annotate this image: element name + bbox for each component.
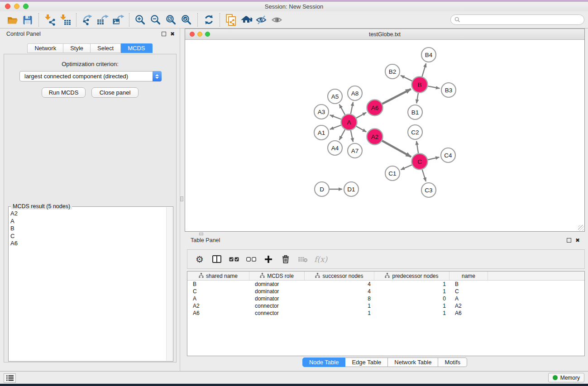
- close-panel-button[interactable]: Close panel: [91, 87, 139, 98]
- tab-style[interactable]: Style: [63, 43, 91, 53]
- node-C2[interactable]: C2: [408, 125, 422, 139]
- delete-table-icon[interactable]: [297, 253, 309, 265]
- float-panel-icon[interactable]: [162, 32, 166, 36]
- node-A2[interactable]: A2: [367, 129, 383, 145]
- panel-splitter-handle[interactable]: [180, 196, 183, 201]
- column-header-MCDS-role[interactable]: MCDS role: [249, 272, 305, 280]
- edge-C-C4[interactable]: [428, 157, 439, 160]
- result-scrollbar[interactable]: [166, 207, 172, 361]
- open-session-icon[interactable]: [5, 13, 20, 27]
- table-row[interactable]: A6connector11A6: [187, 310, 584, 317]
- node-A5[interactable]: A5: [328, 89, 342, 104]
- network-close-button[interactable]: [190, 32, 195, 37]
- node-D1[interactable]: D1: [344, 182, 359, 196]
- column-browser-icon[interactable]: [211, 253, 223, 265]
- node-B[interactable]: B: [412, 77, 428, 93]
- tab-network-table[interactable]: Network Table: [388, 357, 438, 367]
- edge-A6-B[interactable]: [382, 89, 411, 104]
- import-table-icon[interactable]: [57, 13, 73, 27]
- column-header-name[interactable]: name: [449, 272, 488, 280]
- refresh-layout-icon[interactable]: [201, 13, 216, 27]
- edge-A-A5[interactable]: [339, 105, 345, 115]
- table-float-panel-icon[interactable]: [567, 238, 571, 243]
- result-item[interactable]: A2: [10, 210, 166, 218]
- network-from-selection-icon[interactable]: [223, 13, 239, 27]
- tab-mcds[interactable]: MCDS: [121, 43, 152, 53]
- result-item[interactable]: A6: [10, 240, 166, 248]
- home-icon[interactable]: [239, 13, 254, 27]
- node-A8[interactable]: A8: [348, 86, 362, 100]
- edge-A-A7[interactable]: [351, 130, 353, 142]
- column-header-predecessor-nodes[interactable]: predecessor nodes: [374, 272, 449, 280]
- memory-button[interactable]: Memory: [548, 373, 584, 382]
- minimize-window-button[interactable]: [14, 4, 19, 9]
- node-C1[interactable]: C1: [385, 166, 400, 181]
- zoom-window-button[interactable]: [23, 4, 29, 9]
- edge-B-B3[interactable]: [428, 86, 440, 88]
- edge-B-B2[interactable]: [401, 76, 412, 81]
- zoom-selected-icon[interactable]: [179, 13, 194, 27]
- node-C[interactable]: C: [412, 154, 428, 170]
- export-table-icon[interactable]: [95, 13, 110, 27]
- table-row[interactable]: Cdominator41C: [187, 288, 584, 295]
- delete-column-icon[interactable]: [280, 253, 292, 265]
- export-network-icon[interactable]: [80, 13, 95, 27]
- tab-network[interactable]: Network: [27, 43, 63, 53]
- edge-A-A1[interactable]: [330, 125, 341, 129]
- edge-A-A6[interactable]: [356, 113, 366, 118]
- export-image-icon[interactable]: [110, 13, 126, 27]
- import-network-icon[interactable]: [42, 13, 57, 27]
- edge-A-A4[interactable]: [339, 129, 345, 140]
- result-item[interactable]: C: [10, 233, 166, 240]
- edge-C-C2[interactable]: [416, 141, 418, 153]
- network-zoom-button[interactable]: [205, 32, 210, 37]
- result-item[interactable]: A: [10, 218, 166, 225]
- zoom-in-icon[interactable]: [133, 13, 148, 27]
- table-row[interactable]: A2connector11A2: [187, 302, 584, 310]
- tab-edge-table[interactable]: Edge Table: [345, 357, 388, 367]
- table-row[interactable]: Bdominator41B: [187, 281, 584, 288]
- node-A3[interactable]: A3: [314, 105, 329, 119]
- show-eye-icon[interactable]: [269, 13, 285, 27]
- tab-node-table[interactable]: Node Table: [302, 357, 346, 367]
- close-panel-icon[interactable]: ✖: [170, 31, 175, 37]
- node-B1[interactable]: B1: [408, 105, 422, 119]
- run-mcds-button[interactable]: Run MCDS: [42, 87, 86, 98]
- edge-A-A3[interactable]: [330, 115, 341, 119]
- edge-A-A2[interactable]: [356, 126, 366, 132]
- network-minimize-button[interactable]: [197, 32, 202, 37]
- function-builder-icon[interactable]: f(x): [314, 253, 327, 265]
- edge-C-C3[interactable]: [422, 170, 426, 181]
- select-all-checkboxes-icon[interactable]: [228, 253, 240, 265]
- node-A6[interactable]: A6: [367, 100, 383, 116]
- edge-C-C1[interactable]: [401, 165, 412, 170]
- deselect-all-checkboxes-icon[interactable]: [245, 253, 257, 265]
- node-B2[interactable]: B2: [385, 64, 400, 79]
- zoom-fit-icon[interactable]: [163, 13, 179, 27]
- search-field[interactable]: [450, 14, 584, 25]
- window-resize-handle[interactable]: [578, 225, 584, 231]
- hide-eye-icon[interactable]: [254, 13, 269, 27]
- node-A4[interactable]: A4: [328, 141, 342, 155]
- zoom-out-icon[interactable]: [148, 13, 163, 27]
- save-session-icon[interactable]: [20, 13, 35, 27]
- add-column-icon[interactable]: [263, 253, 274, 265]
- node-B4[interactable]: B4: [421, 48, 436, 62]
- node-A1[interactable]: A1: [314, 125, 329, 140]
- node-B3[interactable]: B3: [441, 83, 456, 97]
- node-C4[interactable]: C4: [441, 148, 455, 162]
- table-close-panel-icon[interactable]: ✖: [575, 237, 580, 243]
- table-row[interactable]: Adominator80A: [187, 295, 584, 302]
- tab-select[interactable]: Select: [91, 43, 121, 53]
- edge-A2-C[interactable]: [382, 141, 411, 157]
- network-window-titlebar[interactable]: testGlobe.txt: [185, 29, 584, 40]
- network-canvas[interactable]: B4 B2 B B3 A8 A5 A6 A3 B1 A C2 A1 A2: [185, 40, 584, 231]
- settings-gear-icon[interactable]: ⚙: [194, 253, 206, 265]
- tab-motifs[interactable]: Motifs: [438, 357, 467, 367]
- node-C3[interactable]: C3: [421, 183, 436, 197]
- close-window-button[interactable]: [5, 4, 10, 9]
- horizontal-splitter-handle[interactable]: [199, 233, 203, 235]
- result-item[interactable]: B: [10, 225, 166, 233]
- search-input[interactable]: [463, 16, 584, 24]
- column-header-successor-nodes[interactable]: successor nodes: [305, 272, 374, 280]
